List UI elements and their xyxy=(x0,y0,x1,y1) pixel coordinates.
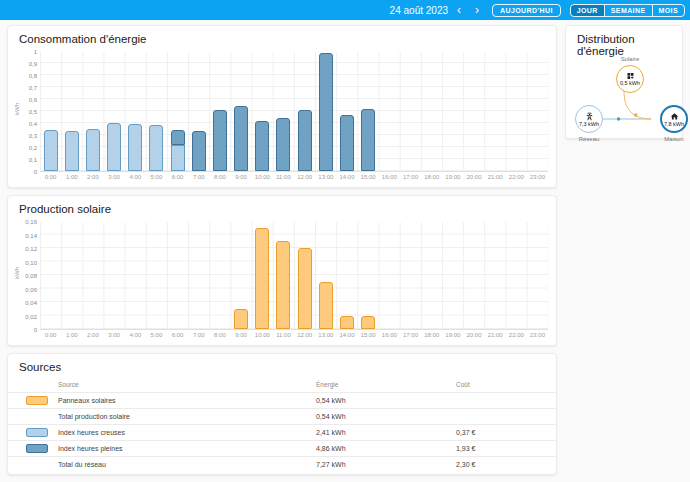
x-tick-label: 17:00 xyxy=(400,173,421,182)
home-node-value: 7,8 kWh xyxy=(664,121,684,127)
x-tick-label: 11:00 xyxy=(273,173,294,182)
source-label: Panneaux solaires xyxy=(58,397,116,404)
x-tick-label: 4:00 xyxy=(125,173,146,182)
date-label: 24 août 2023 xyxy=(390,5,448,16)
bar-index-heures-pleines xyxy=(298,110,312,171)
chart-column xyxy=(315,52,336,171)
source-label: Total du réseau xyxy=(58,461,106,468)
bar-panneaux-solaires xyxy=(255,228,269,329)
x-tick-label: 4:00 xyxy=(125,331,146,340)
chart-column xyxy=(421,222,442,329)
y-tick-label: 0,14 xyxy=(25,233,37,240)
grid-node-label: Réseau xyxy=(569,136,609,142)
chart-column xyxy=(252,52,273,171)
x-tick-label: 6:00 xyxy=(167,331,188,340)
bar-index-heures-creuses xyxy=(65,131,79,171)
cost-value: 1,93 € xyxy=(456,445,544,452)
consumption-plot-area xyxy=(40,52,548,172)
bar-panneaux-solaires xyxy=(340,316,354,330)
chart-column xyxy=(273,222,294,329)
consumption-card: Consommation d'énergie kWh 10,90,80,70,6… xyxy=(7,25,557,188)
chart-column xyxy=(379,222,400,329)
bar-index-heures-pleines xyxy=(319,53,333,171)
bar-index-heures-creuses xyxy=(149,125,163,171)
chart-column xyxy=(463,222,484,329)
chart-column xyxy=(188,222,209,329)
chart-column xyxy=(40,222,61,329)
table-row: Panneaux solaires0,54 kWh xyxy=(8,392,556,408)
table-row: Total production solaire0,54 kWh xyxy=(8,408,556,424)
bar-index-heures-pleines xyxy=(361,109,375,171)
x-tick-label: 16:00 xyxy=(379,173,400,182)
source-label: Index heures creuses xyxy=(58,429,125,436)
consumption-title: Consommation d'énergie xyxy=(8,26,556,48)
x-tick-label: 22:00 xyxy=(506,173,527,182)
energy-value: 0,54 kWh xyxy=(316,397,456,404)
x-tick-label: 12:00 xyxy=(294,173,315,182)
y-tick-label: 0,10 xyxy=(25,260,37,267)
production-plot-area xyxy=(40,222,548,330)
x-tick-label: 3:00 xyxy=(104,331,125,340)
chart-column xyxy=(442,52,463,171)
chart-column xyxy=(463,52,484,171)
grid-node-value: 7,3 kWh xyxy=(579,121,599,127)
home-node-label: Maison xyxy=(654,136,690,142)
chart-column xyxy=(167,52,188,171)
chart-column xyxy=(506,222,527,329)
x-tick-label: 2:00 xyxy=(82,173,103,182)
chart-column xyxy=(273,52,294,171)
x-tick-label: 22:00 xyxy=(506,331,527,340)
x-tick-label: 21:00 xyxy=(485,331,506,340)
source-label: Total production solaire xyxy=(58,413,130,420)
period-toggle: JOUR SEMAINE MOIS xyxy=(570,4,685,17)
chart-column xyxy=(400,52,421,171)
solar-node: 0,5 kWh xyxy=(616,65,644,93)
column-header-energie: Énergie xyxy=(316,381,456,388)
chart-column xyxy=(358,222,379,329)
chart-column xyxy=(527,222,548,329)
x-tick-label: 12:00 xyxy=(294,331,315,340)
chart-column xyxy=(188,52,209,171)
bar-index-heures-pleines xyxy=(192,131,206,171)
bar-panneaux-solaires xyxy=(298,248,312,329)
x-tick-label: 18:00 xyxy=(421,173,442,182)
production-chart: kWh 0,160,140,120,100,080,060,040,020 xyxy=(12,222,548,330)
chart-column xyxy=(294,222,315,329)
previous-day-button[interactable]: ‹ xyxy=(457,4,461,16)
y-tick-label: 0,16 xyxy=(25,219,37,226)
chart-column xyxy=(421,52,442,171)
x-tick-label: 3:00 xyxy=(104,173,125,182)
production-y-axis: 0,160,140,120,100,080,060,040,020 xyxy=(21,222,40,330)
bar-index-heures-creuses xyxy=(107,123,121,171)
home-icon xyxy=(670,112,679,121)
production-card: Production solaire kWh 0,160,140,120,100… xyxy=(7,195,557,346)
bar-panneaux-solaires xyxy=(319,282,333,329)
x-tick-label: 1:00 xyxy=(61,173,82,182)
period-button-jour[interactable]: JOUR xyxy=(571,5,604,16)
energy-value: 0,54 kWh xyxy=(316,413,456,420)
chart-column xyxy=(400,222,421,329)
chart-column xyxy=(61,222,82,329)
period-button-mois[interactable]: MOIS xyxy=(652,5,685,16)
period-button-semaine[interactable]: SEMAINE xyxy=(604,5,652,16)
chart-column xyxy=(104,222,125,329)
production-y-axis-label: kWh xyxy=(12,222,21,330)
table-row: Index heures pleines4,86 kWh1,93 € xyxy=(8,440,556,456)
x-tick-label: 7:00 xyxy=(188,173,209,182)
bar-index-heures-creuses xyxy=(86,129,100,171)
next-day-button[interactable]: › xyxy=(475,4,479,16)
chart-column xyxy=(146,222,167,329)
bar-panneaux-solaires xyxy=(276,241,290,329)
transmission-tower-icon xyxy=(585,112,594,121)
today-button[interactable]: AUJOURD'HUI xyxy=(492,4,561,17)
x-tick-label: 5:00 xyxy=(146,173,167,182)
y-tick-label: 0 xyxy=(34,169,37,176)
solar-flow-dot xyxy=(634,113,637,117)
source-color-swatch xyxy=(26,396,48,405)
x-tick-label: 18:00 xyxy=(421,331,442,340)
chart-column xyxy=(167,222,188,329)
chart-column xyxy=(358,52,379,171)
consumption-x-axis: 0:001:002:003:004:005:006:007:008:009:00… xyxy=(40,173,548,182)
x-tick-label: 13:00 xyxy=(315,331,336,340)
sources-title: Sources xyxy=(8,354,556,376)
